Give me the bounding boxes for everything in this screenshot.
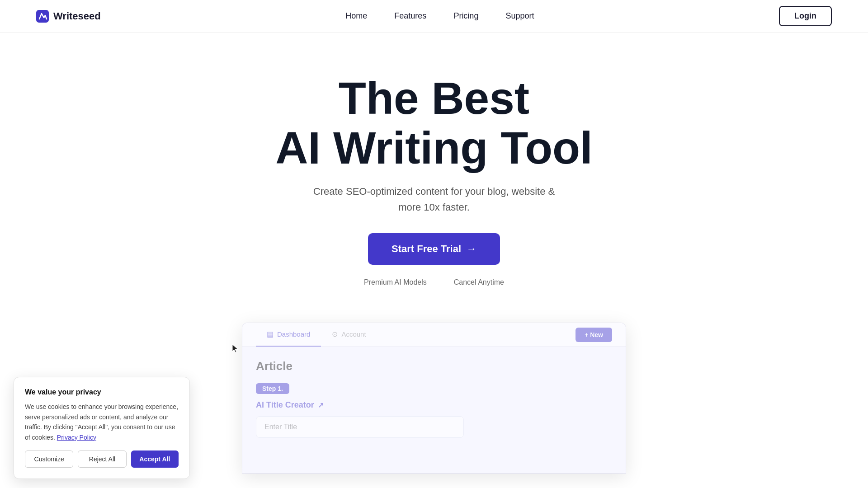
hero-title: The Best AI Writing Tool: [18, 73, 850, 173]
app-top-right: + New: [576, 328, 612, 342]
hero-title-line2: AI Writing Tool: [275, 122, 593, 173]
privacy-policy-link[interactable]: Privacy Policy: [57, 434, 96, 441]
ai-title-creator-link[interactable]: AI Title Creator ↗: [256, 400, 612, 410]
cookie-banner: We value your privacy We use cookies to …: [14, 377, 190, 479]
tab-dashboard[interactable]: ▤ Dashboard: [256, 323, 321, 347]
logo[interactable]: Writeseed: [36, 10, 101, 23]
title-input[interactable]: [256, 416, 464, 438]
cookie-buttons: Customize Reject All Accept All: [25, 450, 179, 468]
cta-label: Start Free Trial: [392, 243, 461, 255]
accept-all-button[interactable]: Accept All: [131, 450, 179, 468]
badge-premium: Premium AI Models: [364, 278, 427, 286]
account-icon: ⊙: [332, 330, 338, 338]
dashboard-icon: ▤: [267, 330, 274, 338]
new-article-button[interactable]: + New: [576, 328, 612, 342]
app-section-title: Article: [256, 359, 612, 373]
start-free-trial-button[interactable]: Start Free Trial →: [368, 233, 500, 265]
nav-support[interactable]: Support: [505, 11, 534, 20]
hero-title-line1: The Best: [339, 73, 529, 123]
customize-button[interactable]: Customize: [25, 450, 73, 468]
nav-features[interactable]: Features: [394, 11, 426, 20]
logo-text: Writeseed: [53, 10, 101, 22]
hero-subtitle: Create SEO-optimized content for your bl…: [18, 183, 850, 215]
tab-account-label: Account: [341, 330, 366, 338]
step-badge: Step 1.: [256, 383, 289, 394]
nav-home[interactable]: Home: [345, 11, 367, 20]
login-button[interactable]: Login: [779, 6, 832, 26]
app-tab-bar: ▤ Dashboard ⊙ Account + New: [242, 323, 626, 347]
nav-pricing[interactable]: Pricing: [453, 11, 478, 20]
cookie-text: We use cookies to enhance your browsing …: [25, 402, 179, 442]
hero-badges: Premium AI Models Cancel Anytime: [18, 278, 850, 286]
reject-all-button[interactable]: Reject All: [78, 450, 126, 468]
arrow-icon: →: [467, 243, 476, 255]
tab-dashboard-label: Dashboard: [277, 330, 310, 338]
nav-links: Home Features Pricing Support: [345, 11, 534, 21]
ai-title-label: AI Title Creator: [256, 400, 314, 410]
cookie-title: We value your privacy: [25, 388, 179, 396]
app-preview: ▤ Dashboard ⊙ Account + New Article Step…: [242, 323, 626, 474]
hero-section: The Best AI Writing Tool Create SEO-opti…: [0, 33, 868, 314]
app-body: Article Step 1. AI Title Creator ↗: [242, 347, 626, 473]
badge-cancel: Cancel Anytime: [454, 278, 504, 286]
external-link-icon: ↗: [318, 401, 324, 409]
tab-account[interactable]: ⊙ Account: [321, 323, 377, 347]
navbar: Writeseed Home Features Pricing Support …: [0, 0, 868, 33]
